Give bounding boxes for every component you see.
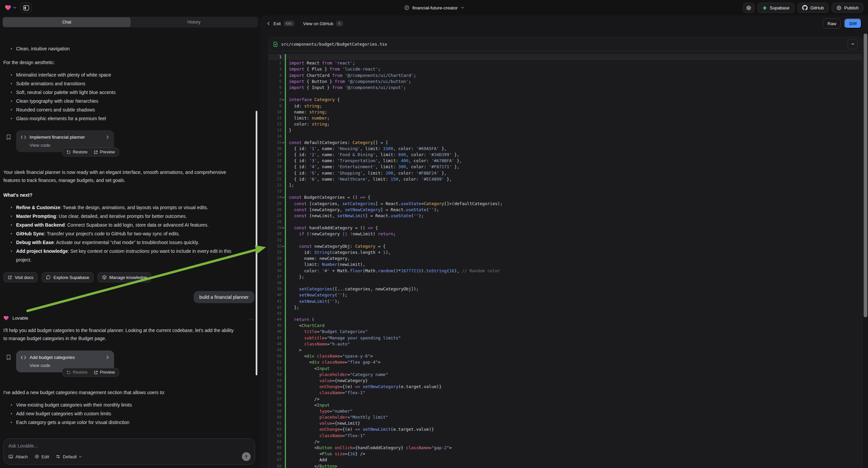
publish-button[interactable]: Publish <box>832 3 863 13</box>
code-line: 46 title="Budget Categories" <box>269 329 862 335</box>
raw-toggle-button[interactable]: Raw <box>823 19 841 29</box>
version-card-2-wrap: Add budget categories View code Restore <box>16 351 114 372</box>
version-card-title: Implement financial planner <box>30 135 85 140</box>
code-line: 13} <box>269 127 862 133</box>
restore-button[interactable]: Restore <box>66 150 88 154</box>
code-brackets-icon <box>21 135 26 139</box>
list-item: Expand with Backend: Connect Supabase to… <box>10 221 238 229</box>
preview-button[interactable]: Preview <box>94 150 115 154</box>
code-line: 3import { Plus } from 'lucide-react'; <box>269 66 862 72</box>
design-heading: For the design aesthetic: <box>3 58 238 66</box>
code-line: 7 <box>269 91 862 97</box>
bookmark-icon[interactable] <box>6 134 11 140</box>
code-line: 8interface Category { <box>269 97 862 103</box>
attach-image-icon <box>8 454 13 459</box>
tab-chat[interactable]: Chat <box>3 18 130 27</box>
code-scrollbar-thumb[interactable] <box>864 34 867 317</box>
github-button[interactable]: GitHub <box>798 3 829 13</box>
explore-supabase-button[interactable]: Explore Supabase <box>41 272 93 282</box>
chat-panel: Chat History Clean, intuitive navigation… <box>0 16 260 468</box>
code-line: 44 return ( <box>269 317 862 323</box>
list-item: Add new budget categories with custom li… <box>10 409 238 418</box>
preview-button[interactable]: Preview <box>94 370 115 375</box>
code-line: 25 const [categories, setCategories] = R… <box>269 201 862 207</box>
chevron-down-icon <box>79 455 82 458</box>
tab-history[interactable]: History <box>130 18 257 27</box>
message-menu-button[interactable]: ... <box>249 316 254 321</box>
project-name: financial-future-creator <box>412 5 458 10</box>
manage-knowledge-button[interactable]: Manage knowledge <box>98 272 152 282</box>
diff-toggle-button[interactable]: Diff <box>844 19 862 29</box>
code-line: 53 placeholder="Category name" <box>269 372 862 378</box>
assistant-header: Lovable ... <box>3 315 254 321</box>
code-line: 67 Add <box>269 457 862 463</box>
esc-kbd: ESC <box>284 21 294 26</box>
code-line: 16 { id: '1', name: 'Housing', limit: 15… <box>269 146 862 152</box>
list-item: GitHub Sync: Transfer your project's cod… <box>10 229 238 238</box>
send-button[interactable] <box>242 452 251 461</box>
view-on-github-label: View on GitHub <box>303 21 333 26</box>
external-link-icon <box>94 370 98 375</box>
restore-button[interactable]: Restore <box>66 370 88 375</box>
code-line: 19 { id: '4', name: 'Entertainment', lim… <box>269 164 862 170</box>
code-line: 24const BudgetCategories = () => { <box>269 195 862 200</box>
project-switcher[interactable]: financial-future-creator <box>404 5 464 10</box>
edit-button[interactable]: Edit <box>35 454 49 459</box>
mode-select[interactable]: Default <box>56 454 82 459</box>
settings-button[interactable] <box>743 3 754 13</box>
code-line: 52 <Input <box>269 365 862 372</box>
sidebar-toggle-button[interactable] <box>21 3 32 13</box>
lovable-logo-menu[interactable] <box>5 4 17 11</box>
code-line: 29 const handleAddCategory = () => { <box>269 225 862 231</box>
visit-docs-button[interactable]: Visit docs <box>3 272 38 282</box>
attach-label: Attach <box>16 454 28 459</box>
list-item: Refine & Customize: Tweak the design, an… <box>10 203 238 212</box>
chat-scrollbar-thumb[interactable] <box>256 111 257 375</box>
supabase-button[interactable]: Supabase <box>757 3 794 13</box>
chevron-right-icon <box>106 355 110 359</box>
restore-label: Restore <box>73 370 88 375</box>
design-bullet-list: Minimalist interface with plenty of whit… <box>3 70 238 123</box>
g-kbd: G <box>336 21 343 26</box>
code-line: 43 <box>269 311 862 317</box>
chat-input[interactable]: Ask Lovable... Attach Edit Default <box>3 438 255 465</box>
view-code-link[interactable]: View code <box>30 143 110 148</box>
publish-label: Publish <box>844 5 859 10</box>
list-item: Each category gets a unique color for vi… <box>10 418 238 427</box>
project-globe-icon <box>404 5 409 10</box>
code-line: 66 <Plus size={16} /> <box>269 451 862 457</box>
lovable-heart-icon <box>3 315 9 321</box>
attach-button[interactable]: Attach <box>8 454 28 459</box>
external-link-icon <box>8 275 12 280</box>
view-code-link[interactable]: View code <box>30 363 110 368</box>
code-line: 4import ChartCard from '@/components/ui/… <box>269 72 862 79</box>
panel-toggle-icon <box>23 5 29 11</box>
code-line: 49 > <box>269 347 862 353</box>
visit-docs-label: Visit docs <box>15 275 33 280</box>
code-line: 18 { id: '3', name: 'Transportation', li… <box>269 158 862 164</box>
code-line: 6import { Input } from '@/components/ui/… <box>269 85 862 91</box>
code-line: 21 { id: '6', name: 'Healthcare', limit:… <box>269 176 862 182</box>
explore-supabase-label: Explore Supabase <box>53 275 89 280</box>
list-item: View existing budget categories with the… <box>10 401 238 409</box>
knowledge-box-icon <box>102 275 107 280</box>
chat-history-tabs: Chat History <box>2 17 258 28</box>
code-viewer-panel: Exit ESC View on GitHub G Raw Diff src/c… <box>260 16 868 468</box>
list-item: Debug with Ease: Activate our experiment… <box>10 238 238 247</box>
bookmark-icon[interactable] <box>6 354 11 360</box>
exit-button[interactable]: Exit ESC <box>267 21 294 26</box>
chat-message-list: Clean, intuitive navigation For the desi… <box>0 43 260 434</box>
list-item: Minimalist interface with plenty of whit… <box>10 70 238 79</box>
file-added-icon <box>273 41 278 47</box>
chevron-left-icon <box>267 22 271 26</box>
code-brackets-icon <box>21 355 26 359</box>
whats-next-heading: What's next? <box>3 191 238 199</box>
list-item: Add project knowledge: Set key context o… <box>10 247 238 264</box>
supabase-bolt-icon <box>762 5 767 10</box>
list-item: Glass-morphic elements for a premium fee… <box>10 114 238 123</box>
collapse-file-button[interactable] <box>847 39 858 49</box>
code-line: 23 <box>269 188 862 195</box>
code-line: 58 <Input <box>269 402 862 408</box>
view-on-github-button[interactable]: View on GitHub G <box>303 21 343 26</box>
manage-knowledge-label: Manage knowledge <box>110 275 147 280</box>
